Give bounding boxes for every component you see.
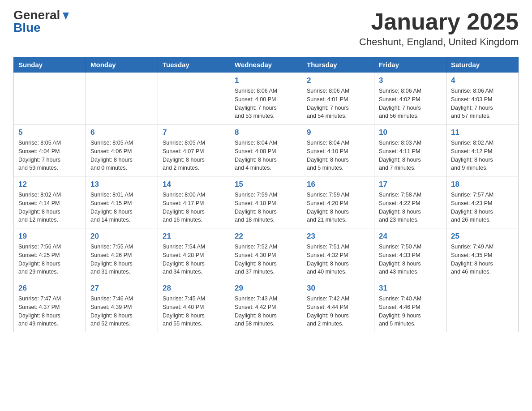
day-number: 31 <box>379 284 442 293</box>
calendar-cell <box>86 73 158 124</box>
calendar-cell <box>14 73 86 124</box>
day-number: 30 <box>307 284 369 293</box>
day-number: 6 <box>90 128 153 137</box>
calendar-cell: 17Sunrise: 7:58 AMSunset: 4:22 PMDayligh… <box>374 176 446 228</box>
day-info: Sunrise: 8:05 AMSunset: 4:04 PMDaylight:… <box>18 139 81 172</box>
day-number: 4 <box>451 76 514 85</box>
calendar-cell: 6Sunrise: 8:05 AMSunset: 4:06 PMDaylight… <box>86 124 158 176</box>
header-friday: Friday <box>374 57 446 73</box>
day-number: 26 <box>18 284 81 293</box>
day-number: 7 <box>163 128 225 137</box>
calendar-cell: 31Sunrise: 7:40 AMSunset: 4:46 PMDayligh… <box>374 280 446 332</box>
day-number: 8 <box>235 128 297 137</box>
day-info: Sunrise: 7:47 AMSunset: 4:37 PMDaylight:… <box>18 295 81 328</box>
day-info: Sunrise: 7:55 AMSunset: 4:26 PMDaylight:… <box>90 243 153 276</box>
calendar-cell: 24Sunrise: 7:50 AMSunset: 4:33 PMDayligh… <box>374 228 446 280</box>
calendar-cell: 14Sunrise: 8:00 AMSunset: 4:17 PMDayligh… <box>158 176 230 228</box>
calendar-body: 1Sunrise: 8:06 AMSunset: 4:00 PMDaylight… <box>14 73 519 332</box>
calendar-cell: 12Sunrise: 8:02 AMSunset: 4:14 PMDayligh… <box>14 176 86 228</box>
day-info: Sunrise: 8:05 AMSunset: 4:06 PMDaylight:… <box>90 139 153 172</box>
calendar-cell: 30Sunrise: 7:42 AMSunset: 4:44 PMDayligh… <box>302 280 374 332</box>
day-info: Sunrise: 7:46 AMSunset: 4:39 PMDaylight:… <box>90 295 153 328</box>
day-number: 1 <box>235 76 297 85</box>
calendar-cell <box>158 73 230 124</box>
calendar-cell: 7Sunrise: 8:05 AMSunset: 4:07 PMDaylight… <box>158 124 230 176</box>
calendar-table: SundayMondayTuesdayWednesdayThursdayFrid… <box>13 57 519 332</box>
days-of-week-row: SundayMondayTuesdayWednesdayThursdayFrid… <box>14 57 519 73</box>
calendar-cell: 8Sunrise: 8:04 AMSunset: 4:08 PMDaylight… <box>230 124 302 176</box>
calendar-cell: 16Sunrise: 7:59 AMSunset: 4:20 PMDayligh… <box>302 176 374 228</box>
day-number: 14 <box>163 180 225 189</box>
day-info: Sunrise: 7:59 AMSunset: 4:18 PMDaylight:… <box>235 191 297 224</box>
calendar-cell: 2Sunrise: 8:06 AMSunset: 4:01 PMDaylight… <box>302 73 374 124</box>
day-number: 9 <box>307 128 369 137</box>
week-row-1: 1Sunrise: 8:06 AMSunset: 4:00 PMDaylight… <box>14 73 519 124</box>
calendar-cell: 9Sunrise: 8:04 AMSunset: 4:10 PMDaylight… <box>302 124 374 176</box>
calendar-cell: 28Sunrise: 7:45 AMSunset: 4:40 PMDayligh… <box>158 280 230 332</box>
day-number: 16 <box>307 180 369 189</box>
calendar-cell: 21Sunrise: 7:54 AMSunset: 4:28 PMDayligh… <box>158 228 230 280</box>
day-info: Sunrise: 8:04 AMSunset: 4:10 PMDaylight:… <box>307 139 369 172</box>
day-info: Sunrise: 8:05 AMSunset: 4:07 PMDaylight:… <box>163 139 225 172</box>
week-row-4: 19Sunrise: 7:56 AMSunset: 4:25 PMDayligh… <box>14 228 519 280</box>
day-number: 19 <box>18 232 81 241</box>
day-number: 12 <box>18 180 81 189</box>
day-info: Sunrise: 7:59 AMSunset: 4:20 PMDaylight:… <box>307 191 369 224</box>
day-info: Sunrise: 7:50 AMSunset: 4:33 PMDaylight:… <box>379 243 442 276</box>
day-number: 17 <box>379 180 442 189</box>
calendar-cell: 20Sunrise: 7:55 AMSunset: 4:26 PMDayligh… <box>86 228 158 280</box>
header-monday: Monday <box>86 57 158 73</box>
header-thursday: Thursday <box>302 57 374 73</box>
day-info: Sunrise: 8:06 AMSunset: 4:00 PMDaylight:… <box>235 87 297 120</box>
calendar-cell: 22Sunrise: 7:52 AMSunset: 4:30 PMDayligh… <box>230 228 302 280</box>
calendar-cell: 18Sunrise: 7:57 AMSunset: 4:23 PMDayligh… <box>446 176 519 228</box>
day-info: Sunrise: 7:49 AMSunset: 4:35 PMDaylight:… <box>451 243 514 276</box>
calendar-cell: 25Sunrise: 7:49 AMSunset: 4:35 PMDayligh… <box>446 228 519 280</box>
day-info: Sunrise: 8:04 AMSunset: 4:08 PMDaylight:… <box>235 139 297 172</box>
calendar-cell: 29Sunrise: 7:43 AMSunset: 4:42 PMDayligh… <box>230 280 302 332</box>
day-info: Sunrise: 8:06 AMSunset: 4:03 PMDaylight:… <box>451 87 514 120</box>
day-info: Sunrise: 7:42 AMSunset: 4:44 PMDaylight:… <box>307 295 369 328</box>
calendar-cell: 1Sunrise: 8:06 AMSunset: 4:00 PMDaylight… <box>230 73 302 124</box>
page-subtitle: Cheshunt, England, United Kingdom <box>359 36 519 48</box>
day-info: Sunrise: 8:00 AMSunset: 4:17 PMDaylight:… <box>163 191 225 224</box>
day-number: 28 <box>163 284 225 293</box>
day-number: 27 <box>90 284 153 293</box>
week-row-5: 26Sunrise: 7:47 AMSunset: 4:37 PMDayligh… <box>14 280 519 332</box>
header-tuesday: Tuesday <box>158 57 230 73</box>
page-title: January 2025 <box>359 9 519 34</box>
week-row-2: 5Sunrise: 8:05 AMSunset: 4:04 PMDaylight… <box>14 124 519 176</box>
calendar-cell: 3Sunrise: 8:06 AMSunset: 4:02 PMDaylight… <box>374 73 446 124</box>
day-info: Sunrise: 8:06 AMSunset: 4:01 PMDaylight:… <box>307 87 369 120</box>
logo-blue-text: Blue <box>13 21 41 34</box>
logo-triangle-icon <box>61 11 71 21</box>
calendar-cell: 15Sunrise: 7:59 AMSunset: 4:18 PMDayligh… <box>230 176 302 228</box>
header-sunday: Sunday <box>14 57 86 73</box>
week-row-3: 12Sunrise: 8:02 AMSunset: 4:14 PMDayligh… <box>14 176 519 228</box>
day-info: Sunrise: 7:52 AMSunset: 4:30 PMDaylight:… <box>235 243 297 276</box>
day-number: 25 <box>451 232 514 241</box>
calendar-cell: 27Sunrise: 7:46 AMSunset: 4:39 PMDayligh… <box>86 280 158 332</box>
day-info: Sunrise: 8:02 AMSunset: 4:14 PMDaylight:… <box>18 191 81 224</box>
day-info: Sunrise: 8:01 AMSunset: 4:15 PMDaylight:… <box>90 191 153 224</box>
calendar-cell: 13Sunrise: 8:01 AMSunset: 4:15 PMDayligh… <box>86 176 158 228</box>
header-saturday: Saturday <box>446 57 519 73</box>
day-info: Sunrise: 7:58 AMSunset: 4:22 PMDaylight:… <box>379 191 442 224</box>
day-number: 3 <box>379 76 442 85</box>
logo: General Blue <box>13 9 71 34</box>
day-number: 20 <box>90 232 153 241</box>
day-info: Sunrise: 8:03 AMSunset: 4:11 PMDaylight:… <box>379 139 442 172</box>
logo-general-text: General <box>13 9 60 21</box>
day-info: Sunrise: 7:56 AMSunset: 4:25 PMDaylight:… <box>18 243 81 276</box>
calendar-cell: 4Sunrise: 8:06 AMSunset: 4:03 PMDaylight… <box>446 73 519 124</box>
title-block: January 2025 Cheshunt, England, United K… <box>359 9 519 48</box>
day-number: 22 <box>235 232 297 241</box>
calendar-cell: 19Sunrise: 7:56 AMSunset: 4:25 PMDayligh… <box>14 228 86 280</box>
day-number: 11 <box>451 128 514 137</box>
day-info: Sunrise: 8:06 AMSunset: 4:02 PMDaylight:… <box>379 87 442 120</box>
day-number: 23 <box>307 232 369 241</box>
day-number: 24 <box>379 232 442 241</box>
page-header: General Blue January 2025 Cheshunt, Engl… <box>13 9 519 48</box>
day-info: Sunrise: 7:45 AMSunset: 4:40 PMDaylight:… <box>163 295 225 328</box>
day-info: Sunrise: 7:54 AMSunset: 4:28 PMDaylight:… <box>163 243 225 276</box>
